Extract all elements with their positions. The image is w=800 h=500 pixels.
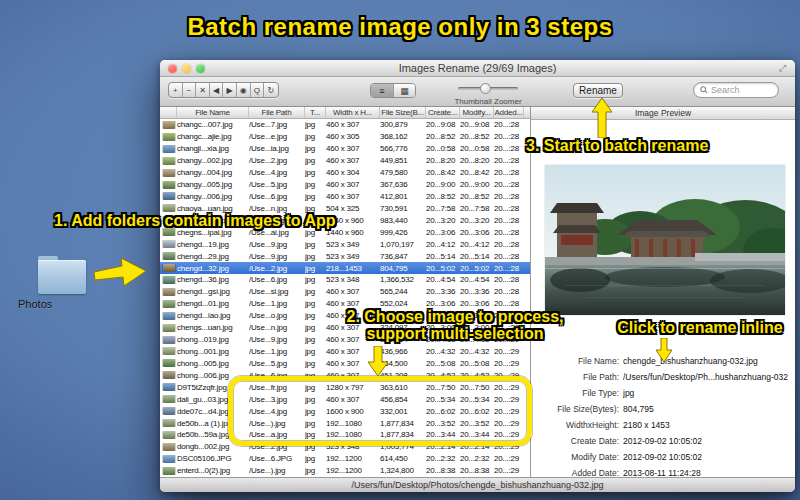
column-header[interactable]: Width x H... (326, 107, 380, 118)
table-row[interactable]: chengd...32.jpg/Use...2.jpgjpg218...1453… (160, 262, 530, 274)
cell-create: 20...3:36 (426, 286, 460, 297)
table-row[interactable]: chong...005.jpg/Use...5.jpgjpg460 x 3073… (160, 357, 530, 369)
table-row[interactable]: changji...xia.jpg/Use...ia.jpgjpg460 x 3… (160, 143, 530, 155)
table-row[interactable]: DSC05106.JPG/Use...6.JPGjpg192...1200614… (160, 453, 530, 465)
cell-modify: 20...8:52 (460, 131, 494, 142)
grid-view-button[interactable]: ▦ (393, 84, 415, 97)
cell-added: 20...:28 (494, 191, 524, 202)
cell-type: jpg (305, 334, 326, 345)
column-header[interactable]: Added... (494, 107, 524, 118)
cell-create: 20...5:02 (426, 263, 460, 274)
detail-row: File Size(Bytes):804,795 (531, 401, 795, 417)
toolbar-button-group: +−✕◀▶◉Q↻ (168, 82, 279, 98)
cell-name: changy...005.jpg (177, 179, 249, 190)
preview-header: Image Preview (531, 107, 795, 120)
table-header[interactable]: File NameFile PathT...Width x H...File S… (160, 107, 530, 119)
cell-path: /Use...5.jpg (249, 358, 305, 369)
row-thumbnail (160, 431, 177, 439)
cell-modify: 20...8:52 (460, 191, 494, 202)
banner-title: Batch rename image only in 3 steps (0, 13, 800, 41)
detail-value[interactable]: /Users/fun/Desktop/Ph...hushanzhuang-032… (623, 372, 788, 382)
refresh-button[interactable]: ↻ (264, 83, 278, 97)
cell-type: jpg (305, 179, 326, 190)
cell-added: 20...:28 (494, 251, 524, 262)
target-button[interactable]: ◉ (237, 83, 251, 97)
column-header[interactable]: File Path (249, 107, 305, 118)
cell-type: jpg (305, 239, 326, 250)
column-header[interactable]: File Name (177, 107, 249, 118)
table-row[interactable]: changy...006.jpg/Use...6.jpgjpg460 x 307… (160, 191, 530, 203)
column-header[interactable]: Modify... (460, 107, 494, 118)
cell-path: /Use...4.jpg (249, 167, 305, 178)
photos-folder-icon[interactable] (38, 256, 86, 294)
detail-value[interactable]: 2180 x 1453 (623, 420, 788, 430)
detail-value[interactable]: 2013-08-11 11:24:28 (623, 468, 788, 477)
magnify-button[interactable]: Q (251, 83, 265, 97)
detail-value[interactable]: chengde_bishushanzhuang-032.jpg (623, 356, 788, 366)
cell-name: chong...001.jpg (177, 346, 249, 357)
cell-dims: 523 x 349 (326, 251, 380, 262)
thumbnail-zoomer-slider[interactable] (458, 83, 518, 90)
next-button[interactable]: ▶ (223, 83, 237, 97)
table-row[interactable]: chengd...19.jpg/Use...9.jpgjpg523 x 3491… (160, 238, 530, 250)
cell-name: enterd...0(2).jpg (177, 465, 249, 476)
column-header[interactable]: T... (305, 107, 326, 118)
column-header[interactable]: File Size(B... (380, 107, 426, 118)
cell-name: DSC05106.JPG (177, 453, 249, 464)
add-button[interactable]: + (169, 83, 183, 97)
table-row[interactable]: chengd...29.jpg/Use...9.jpgjpg523 x 3497… (160, 250, 530, 262)
cell-type: jpg (305, 263, 326, 274)
cell-type: jpg (305, 155, 326, 166)
fullscreen-icon[interactable]: ⤢ (779, 63, 789, 73)
cell-create: 20...5:08 (426, 358, 460, 369)
cell-modify: 20...3:36 (460, 286, 494, 297)
table-row[interactable]: changc...ajie.jpg/Use...e.jpgjpg460 x 30… (160, 131, 530, 143)
cell-name: chong...005.jpg (177, 358, 249, 369)
table-row[interactable]: changy...004.jpg/Use...4.jpgjpg460 x 304… (160, 167, 530, 179)
cell-type: jpg (305, 298, 326, 309)
row-thumbnail (160, 145, 177, 153)
cell-create: 20...8:52 (426, 191, 460, 202)
remove-button[interactable]: − (183, 83, 197, 97)
table-row[interactable]: chengd...36.jpg/Use...6.jpgjpg523 x 3481… (160, 274, 530, 286)
cell-create: 20...3:06 (426, 227, 460, 238)
list-view-button[interactable]: ≡ (371, 84, 393, 97)
rename-button[interactable]: Rename (573, 83, 623, 98)
preview-pane: Image Preview (530, 107, 795, 477)
cell-type: jpg (305, 274, 326, 285)
detail-value[interactable]: 804,795 (623, 404, 788, 414)
search-input[interactable] (711, 85, 771, 95)
table-row[interactable]: chengd...gsi.jpg/Use...si.jpgjpg460 x 30… (160, 286, 530, 298)
cell-added: 20...:29 (494, 453, 524, 464)
detail-value[interactable]: 2012-09-02 10:05:02 (623, 436, 788, 446)
cell-create: 20...4:32 (426, 346, 460, 357)
cell-name: chengd...01.jpg (177, 298, 249, 309)
column-header-thumb[interactable] (160, 107, 177, 118)
cell-path: /Use...1.jpg (249, 346, 305, 357)
cell-create: 20...3:20 (426, 215, 460, 226)
prev-button[interactable]: ◀ (210, 83, 224, 97)
cell-type: jpg (305, 346, 326, 357)
table-row[interactable]: changy...002.jpg/Use...2.jpgjpg460 x 307… (160, 155, 530, 167)
cell-name: chong...019.jpg (177, 334, 249, 345)
slider-knob[interactable] (480, 83, 491, 94)
detail-value[interactable]: 2012-09-02 10:05:02 (623, 452, 788, 462)
table-row[interactable]: changy...005.jpg/Use...5.jpgjpg460 x 307… (160, 179, 530, 191)
column-header[interactable]: Create... (426, 107, 460, 118)
cell-path: /Use...6.jpg (249, 274, 305, 285)
cell-size: 999,426 (380, 227, 426, 238)
cell-size: 300,879 (380, 119, 426, 130)
delete-button[interactable]: ✕ (196, 83, 210, 97)
cell-size: 367,636 (380, 179, 426, 190)
cell-size: 1,070,197 (380, 239, 426, 250)
table-row[interactable]: enterd...0(2).jpg/Use...).jpgjpg192...12… (160, 465, 530, 477)
detail-value[interactable]: jpg (623, 388, 788, 398)
cell-modify: 20...8:38 (460, 465, 494, 476)
title-bar[interactable]: Images Rename (29/69 Images) ⤢ (160, 60, 795, 77)
detail-label: File Type: (531, 388, 623, 398)
cell-type: jpg (305, 131, 326, 142)
table-row[interactable]: chong...001.jpg/Use...1.jpgjpg460 x 3074… (160, 346, 530, 358)
cell-size: 449,851 (380, 155, 426, 166)
search-field[interactable] (693, 82, 779, 98)
table-row[interactable]: changc...007.jpg/Use...7.jpgjpg460 x 307… (160, 119, 530, 131)
